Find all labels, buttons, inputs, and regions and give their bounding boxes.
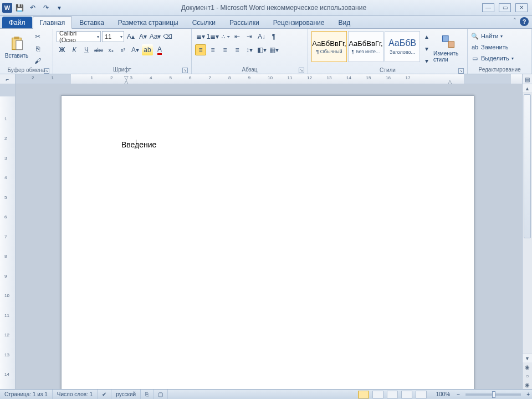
tab-insert[interactable]: Вставка: [73, 17, 111, 28]
change-case-button[interactable]: Aa▾: [150, 31, 161, 42]
format-painter-button[interactable]: 🖌: [32, 55, 43, 66]
status-proofing[interactable]: ✔: [98, 390, 111, 399]
zoom-slider-knob[interactable]: [492, 391, 495, 398]
clear-formatting-button[interactable]: ⌫: [162, 31, 173, 42]
tab-home[interactable]: Главная: [33, 16, 73, 29]
font-size-combo[interactable]: 11: [102, 31, 124, 42]
restore-button[interactable]: ▭: [499, 3, 511, 12]
style-heading1[interactable]: АаБбВ Заголово...: [385, 31, 420, 62]
borders-button[interactable]: ▦▾: [268, 44, 279, 55]
cut-button[interactable]: ✂: [32, 31, 43, 42]
align-center-button[interactable]: ≡: [207, 44, 218, 55]
text-cursor: [136, 140, 136, 149]
styles-more[interactable]: ▾: [421, 55, 432, 66]
view-outline[interactable]: [401, 391, 412, 398]
font-launcher-icon[interactable]: ↘: [182, 68, 188, 73]
style-normal[interactable]: АаБбВвГг, ¶ Обычный: [311, 31, 347, 62]
tab-references[interactable]: Ссылки: [186, 17, 222, 28]
paragraph-launcher-icon[interactable]: ↘: [299, 68, 304, 73]
scroll-down-button[interactable]: ▼: [523, 354, 532, 362]
styles-row-down[interactable]: ▾: [421, 43, 432, 54]
clipboard-launcher-icon[interactable]: ↘: [44, 68, 49, 74]
style-sample: АаБбВвГг,: [349, 39, 383, 48]
highlight-button[interactable]: ab: [142, 44, 153, 55]
styles-row-up[interactable]: ▴: [421, 31, 432, 42]
increase-indent-button[interactable]: ⇥: [244, 31, 255, 42]
numbering-button[interactable]: 1≣▾: [207, 31, 218, 42]
zoom-in-button[interactable]: +: [524, 390, 532, 399]
browse-object-button[interactable]: ○: [523, 371, 532, 380]
view-print-layout[interactable]: [358, 391, 369, 398]
status-page[interactable]: Страница: 1 из 1: [0, 390, 53, 399]
shrink-font-button[interactable]: A▾: [137, 31, 149, 42]
page[interactable]: Введение: [61, 95, 474, 389]
qat-save-button[interactable]: 💾: [13, 2, 25, 13]
multilevel-button[interactable]: ⛬▾: [219, 31, 231, 42]
document-area[interactable]: Введение: [16, 84, 522, 389]
status-word-count[interactable]: Число слов: 1: [53, 390, 98, 399]
text-effects-button[interactable]: A▾: [130, 44, 141, 55]
qat-redo-button[interactable]: ↷: [40, 2, 52, 13]
tab-view[interactable]: Вид: [331, 17, 357, 28]
styles-launcher-icon[interactable]: ↘: [458, 68, 464, 74]
tab-page-layout[interactable]: Разметка страницы: [111, 17, 185, 28]
view-draft[interactable]: [416, 391, 427, 398]
find-button[interactable]: 🔍Найти▾: [471, 31, 503, 41]
view-web-layout[interactable]: [387, 391, 398, 398]
minimize-button[interactable]: —: [482, 3, 494, 12]
help-icon[interactable]: ?: [520, 17, 529, 26]
horizontal-ruler[interactable]: ▽ △ △ 211234567891011121314151617: [16, 74, 522, 84]
word-app-icon[interactable]: W: [2, 3, 12, 13]
tab-file[interactable]: Файл: [2, 17, 32, 28]
group-clipboard-label: Буфер обмена: [8, 67, 45, 73]
style-no-spacing[interactable]: АаБбВвГг, ¶ Без инте...: [348, 31, 383, 62]
grow-font-button[interactable]: A▴: [125, 31, 136, 42]
strikethrough-button[interactable]: abc: [93, 44, 104, 55]
zoom-slider[interactable]: [466, 393, 521, 396]
italic-button[interactable]: К: [69, 44, 80, 55]
font-name-combo[interactable]: Calibri (Осно: [57, 31, 101, 42]
binoculars-icon: 🔍: [471, 32, 479, 40]
ruler-toggle-button[interactable]: ▤: [522, 74, 532, 84]
align-left-button[interactable]: ≡: [195, 44, 206, 55]
next-page-button[interactable]: ◉: [523, 380, 532, 389]
minimize-ribbon-icon[interactable]: ˄: [513, 17, 516, 26]
qat-customize-button[interactable]: ▾: [53, 2, 65, 13]
justify-button[interactable]: ≡: [232, 44, 243, 55]
tab-mailings[interactable]: Рассылки: [223, 17, 266, 28]
shading-button[interactable]: ◧▾: [256, 44, 267, 55]
qat-undo-button[interactable]: ↶: [27, 2, 39, 13]
show-marks-button[interactable]: ¶: [268, 31, 279, 42]
vertical-scrollbar[interactable]: ▲ ▼ ◉ ○ ◉: [522, 84, 532, 389]
decrease-indent-button[interactable]: ⇤: [232, 31, 243, 42]
copy-button[interactable]: ⎘: [32, 43, 43, 54]
align-right-button[interactable]: ≡: [219, 44, 231, 55]
replace-button[interactable]: abЗаменить: [471, 42, 508, 52]
sort-button[interactable]: A↓: [256, 31, 267, 42]
select-button[interactable]: ▭Выделить▾: [471, 53, 514, 63]
tab-selector[interactable]: ⌐: [0, 74, 16, 84]
line-spacing-button[interactable]: ↕▾: [244, 44, 255, 55]
prev-page-button[interactable]: ◉: [523, 362, 532, 371]
status-language[interactable]: русский: [111, 390, 141, 399]
status-insert-mode[interactable]: ⎘: [141, 390, 154, 399]
superscript-button[interactable]: x²: [117, 44, 129, 55]
paste-button[interactable]: Вставить: [3, 30, 30, 64]
status-macro[interactable]: ▢: [154, 390, 168, 399]
underline-button[interactable]: Ч: [81, 44, 92, 55]
vertical-ruler[interactable]: 1234567891011121314: [0, 84, 16, 389]
scroll-thumb[interactable]: [524, 94, 531, 238]
zoom-level[interactable]: 100%: [432, 390, 455, 399]
font-color-button[interactable]: A: [154, 44, 165, 55]
view-full-screen[interactable]: [372, 391, 383, 398]
bullets-button[interactable]: ≣▾: [195, 31, 206, 42]
tab-review[interactable]: Рецензирование: [267, 17, 331, 28]
scroll-up-button[interactable]: ▲: [523, 84, 532, 93]
bold-button[interactable]: Ж: [57, 44, 68, 55]
zoom-out-button[interactable]: −: [454, 390, 462, 399]
scroll-track[interactable]: [523, 93, 532, 354]
document-text[interactable]: Введение: [121, 140, 156, 149]
subscript-button[interactable]: x₂: [105, 44, 116, 55]
close-button[interactable]: ✕: [515, 3, 528, 12]
change-styles-button[interactable]: Изменить стили: [433, 31, 463, 65]
